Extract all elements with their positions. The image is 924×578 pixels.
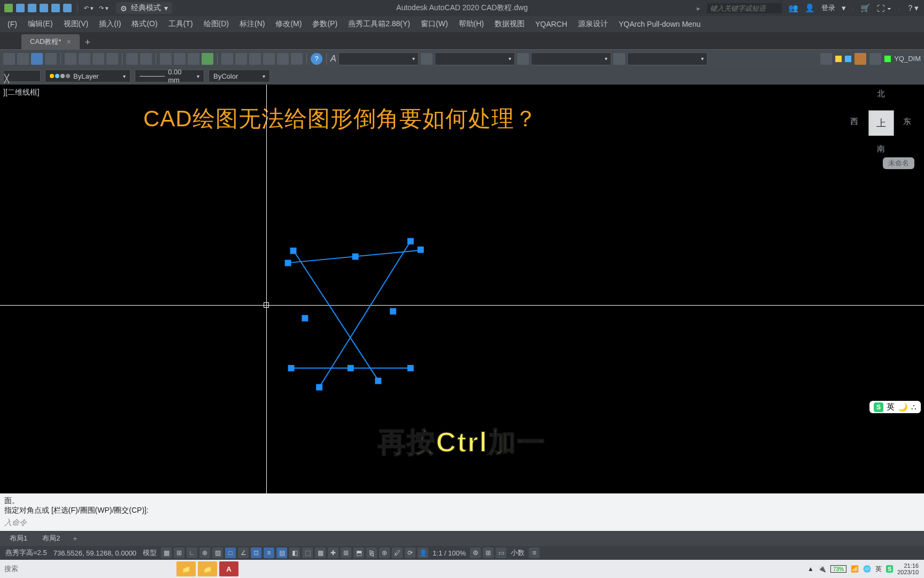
render-button[interactable] (202, 53, 213, 65)
cut-button[interactable] (65, 53, 76, 65)
tray-wifi-icon[interactable]: 📶 (851, 565, 859, 573)
otrack-icon[interactable]: ∠ (238, 547, 249, 558)
help-icon[interactable]: ？▾ (906, 3, 919, 13)
block-button[interactable] (221, 53, 233, 65)
paste-button[interactable] (93, 53, 104, 65)
ducs-icon[interactable]: ⊞ (341, 547, 351, 558)
yq-yellow-icon[interactable] (835, 56, 842, 62)
tray-plug-icon[interactable]: 🔌 (818, 565, 826, 573)
viewcube-west[interactable]: 西 (850, 117, 858, 127)
dimstyle-combo[interactable]: ▾ (435, 52, 515, 65)
3d-icon[interactable]: ⬚ (302, 547, 313, 558)
mleaderstyle-combo[interactable]: ▾ (627, 52, 707, 65)
lw-icon[interactable]: ≡ (264, 547, 274, 558)
plot-button[interactable] (45, 53, 57, 65)
model-button[interactable]: 模型 (141, 548, 159, 558)
cart-icon[interactable]: 🛒 (860, 3, 871, 13)
yq-tool-3[interactable] (869, 53, 881, 65)
zoom-button[interactable] (160, 53, 172, 65)
menu-item[interactable]: 编辑(E) (22, 17, 58, 31)
menu-item[interactable]: 燕秀工具箱2.88(Y) (343, 17, 415, 31)
menu-item[interactable]: 标注(N) (234, 17, 270, 31)
grid-icon[interactable]: ▦ (161, 547, 172, 558)
battery-indicator[interactable]: 73% (830, 565, 846, 573)
menu-item[interactable]: 参数(P) (307, 17, 343, 31)
communication-icon[interactable]: 👥 (788, 3, 798, 13)
add-layout-button[interactable]: + (67, 533, 82, 545)
ws-switch-icon[interactable]: ⊞ (483, 547, 494, 558)
viewcube[interactable]: 北 南 西 东 上 (846, 87, 915, 156)
menu-icon[interactable]: ≡ (529, 547, 540, 558)
customize-icon[interactable]: ⚙ (470, 547, 481, 558)
menu-item[interactable]: (F) (2, 18, 22, 31)
taskbar-app-autocad[interactable]: A (219, 561, 238, 576)
tablestyle-combo[interactable]: ▾ (531, 52, 611, 65)
drawing-canvas[interactable]: ][二维线框] CAD绘图无法给图形倒角要如何处理？ 北 (0, 85, 924, 493)
ortho-icon[interactable]: ∟ (187, 547, 197, 558)
menu-item[interactable]: 帮助(H) (453, 17, 489, 31)
plot-icon[interactable] (51, 4, 60, 12)
user-icon[interactable]: 👤 (418, 547, 428, 558)
menu-item[interactable]: 窗口(W) (415, 17, 453, 31)
table-button[interactable] (277, 53, 289, 65)
menu-item[interactable]: YQArch Pull-down Menu (613, 18, 706, 31)
dropdown-icon[interactable]: ▾ (842, 3, 846, 13)
workspace-selector[interactable]: 经典模式 ▾ (116, 2, 172, 14)
zoom-scale[interactable]: 1:1 / 100% (430, 549, 468, 557)
layer-button[interactable] (235, 53, 247, 65)
new-icon[interactable] (4, 4, 13, 12)
dyn-icon[interactable]: ⊡ (251, 547, 261, 558)
tray-sogou-icon[interactable]: S (886, 565, 893, 573)
redo-arrow-icon[interactable]: ↷ ▾ (98, 5, 110, 12)
menu-item[interactable]: 绘图(D) (198, 17, 234, 31)
osnap-icon[interactable]: □ (225, 547, 236, 558)
monitor-icon[interactable]: ▭ (496, 547, 506, 558)
trans-icon[interactable]: ▤ (276, 547, 287, 558)
snap-icon[interactable]: ⊞ (174, 547, 184, 558)
menu-item[interactable]: 修改(M) (270, 17, 307, 31)
iso-icon[interactable]: ▨ (212, 547, 223, 558)
lineweight-combo[interactable]: 0.00 mm ▾ (135, 70, 204, 82)
cloud-icon[interactable] (63, 4, 72, 12)
text-button[interactable] (291, 53, 303, 65)
filter-icon[interactable]: ⧎ (366, 547, 377, 558)
layout-tab[interactable]: 布局1 (2, 531, 35, 545)
sc-icon[interactable]: ✚ (328, 547, 338, 558)
menu-item[interactable]: YQARCH (530, 18, 573, 31)
undo-button[interactable] (126, 53, 138, 65)
drawing-tab[interactable]: CAD教程* × (21, 34, 80, 49)
pan-button[interactable] (174, 53, 186, 65)
tray-ime[interactable]: 英 (875, 565, 882, 574)
viewcube-east[interactable]: 东 (903, 117, 911, 127)
redo-button[interactable] (140, 53, 152, 65)
matchprop-button[interactable] (106, 53, 118, 65)
layout-tab[interactable]: 布局2 (35, 531, 67, 545)
viewcube-north[interactable]: 北 (877, 89, 885, 99)
save-button[interactable] (31, 53, 43, 65)
gizmo-icon[interactable]: ⊛ (379, 547, 390, 558)
taskbar-app-folder2[interactable]: 📁 (198, 561, 217, 576)
ime-indicator[interactable]: S 英 🌙 ∴ (869, 401, 921, 413)
menu-item[interactable]: 数据视图 (489, 17, 530, 31)
menu-item[interactable]: 视图(V) (58, 17, 94, 31)
new-tab-button[interactable]: + (80, 35, 96, 49)
taskbar-search[interactable]: 搜索 (4, 564, 111, 574)
group-icon[interactable]: ⬒ (353, 547, 364, 558)
anno-icon[interactable]: 🖊 (392, 547, 403, 558)
app-switcher-icon[interactable]: ⛶ ▾ (877, 4, 891, 13)
hatch-button[interactable] (263, 53, 275, 65)
viewcube-face[interactable]: 上 (868, 110, 894, 136)
close-icon[interactable]: × (67, 37, 71, 46)
anno2-icon[interactable]: ⟳ (405, 547, 415, 558)
open-icon[interactable] (40, 4, 48, 12)
yq-blue-icon[interactable] (845, 56, 851, 62)
textstyle-combo[interactable]: ▾ (338, 52, 419, 65)
tray-up-icon[interactable]: ▲ (807, 565, 814, 573)
colormode-combo[interactable]: ByColor ▾ (209, 70, 270, 82)
undo-arrow-icon[interactable]: ↶ ▾ (83, 5, 95, 12)
polar-icon[interactable]: ⊕ (199, 547, 210, 558)
open-button[interactable] (17, 53, 29, 65)
command-window[interactable]: 面。 指定对角点或 [栏选(F)/圈围(WP)/圈交(CP)]: 入命令 (0, 493, 924, 531)
viewcube-south[interactable]: 南 (877, 144, 885, 154)
layer-combo[interactable]: ByLayer ▾ (45, 70, 130, 82)
